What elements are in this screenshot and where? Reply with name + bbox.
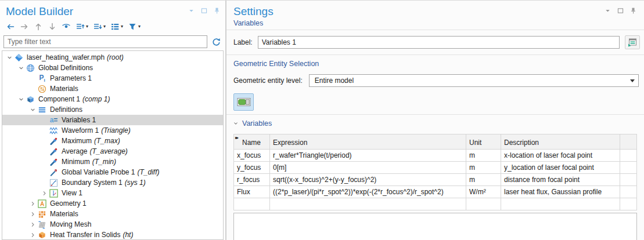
chevron-expanded-icon[interactable] — [5, 54, 14, 61]
chevron-expanded-icon[interactable] — [28, 106, 37, 114]
cell-description[interactable] — [501, 198, 620, 210]
variables-section-header[interactable]: Variables — [226, 115, 644, 130]
variable-row[interactable]: x_focusr_wafer*Triangle(t/period)mx-loca… — [234, 150, 637, 162]
chevron-expanded-icon[interactable] — [232, 120, 239, 127]
column-header-unit[interactable]: Unit — [466, 134, 501, 150]
cell-extra[interactable] — [620, 150, 637, 162]
cell-unit[interactable] — [466, 198, 501, 210]
cell-name[interactable]: Flux — [234, 186, 270, 198]
dropdown-arrow-icon[interactable]: ▾ — [103, 24, 106, 29]
cell-description[interactable]: y_location of laser focal point — [501, 162, 620, 174]
back-button[interactable] — [5, 21, 16, 32]
tree-item-laser-heating-wafer-mph[interactable]: laser_heating_wafer.mph(root) — [2, 52, 223, 63]
chevron-collapsed-icon[interactable] — [28, 221, 37, 228]
dropdown-arrow-icon[interactable] — [630, 79, 635, 85]
label-input[interactable] — [258, 36, 620, 49]
chevron-expanded-icon[interactable] — [16, 96, 26, 103]
refresh-icon[interactable] — [211, 37, 221, 47]
doc-form-icon[interactable] — [625, 35, 640, 49]
tree-item-waveform-1[interactable]: Waveform 1(Triangle) — [2, 125, 223, 136]
tree-item-tag: (ht) — [123, 231, 133, 239]
cell-expression[interactable]: r_wafer*Triangle(t/period) — [270, 150, 466, 162]
move-up-button[interactable] — [33, 21, 44, 32]
variable-row[interactable]: r_focussqrt((x-x_focus)^2+(y-y_focus)^2)… — [234, 174, 637, 186]
tree-item-materials[interactable]: Materials — [2, 209, 223, 219]
dropdown-arrow-icon[interactable]: ▾ — [138, 24, 141, 29]
column-header-description[interactable]: Description — [501, 134, 620, 150]
cell-expression[interactable]: 0[m] — [270, 162, 466, 174]
tree-item-component-1[interactable]: Component 1(comp 1) — [2, 94, 223, 104]
model-builder-title: Model Builder — [6, 5, 188, 19]
tree-item-label: Waveform 1 — [62, 126, 99, 134]
column-header-expression[interactable]: Expression — [270, 134, 466, 150]
filter-input[interactable] — [3, 35, 207, 48]
tree-item-geometry-1[interactable]: Geometry 1 — [2, 198, 223, 209]
cell-extra[interactable] — [620, 174, 637, 186]
expand-all-button[interactable]: ▾ — [92, 21, 107, 32]
panel-menu-icon[interactable] — [188, 7, 195, 14]
geometric-entity-level-select[interactable]: Entire model — [309, 74, 639, 87]
tree-item-materials[interactable]: Materials — [2, 83, 223, 94]
float-icon[interactable] — [200, 7, 208, 14]
cell-description[interactable]: laser heat flux, Gaussian profile — [501, 186, 620, 198]
model-tree-node-text-button[interactable]: ▾ — [109, 21, 124, 32]
variable-row[interactable]: y_focus0[m]my_location of laser focal po… — [234, 162, 637, 174]
cell-expression[interactable]: ((2*p_laser)/(pi*r_spot^2))*exp(-(2*r_fo… — [270, 186, 466, 198]
column-header-name[interactable]: ▸▸Name — [234, 134, 270, 150]
cell-name[interactable]: x_focus — [234, 150, 270, 162]
collapse-all-button[interactable]: ▾ — [74, 21, 89, 32]
cell-unit[interactable]: W/m² — [466, 186, 501, 198]
tree-item-tag: (Triangle) — [101, 126, 130, 134]
panel-menu-icon[interactable] — [604, 7, 611, 14]
tree-item-global-definitions[interactable]: Global Definitions — [2, 63, 223, 73]
tree-item-label: Average — [62, 147, 87, 155]
chevron-collapsed-icon[interactable] — [39, 190, 49, 197]
chevron-collapsed-icon[interactable] — [28, 231, 37, 239]
tree-item-parameters-1[interactable]: PiParameters 1 — [2, 73, 223, 83]
cell-unit[interactable]: m — [466, 162, 501, 174]
cell-name[interactable]: r_focus — [234, 174, 270, 186]
move-down-button[interactable] — [46, 21, 58, 32]
filter-button[interactable]: ▾ — [127, 21, 142, 32]
cell-extra[interactable] — [620, 186, 637, 198]
cell-description[interactable]: distance from focal point — [501, 174, 620, 186]
forward-button[interactable] — [19, 21, 30, 32]
dropdown-arrow-icon[interactable]: ▾ — [120, 24, 123, 29]
moving-mesh-icon — [37, 220, 47, 229]
pin-icon[interactable] — [213, 7, 221, 14]
cell-extra[interactable] — [620, 198, 637, 210]
cell-description[interactable]: x-location of laser focal point — [501, 150, 620, 162]
tree-item-view-1[interactable]: View 1 — [2, 188, 223, 198]
chevron-expanded-icon[interactable] — [16, 64, 26, 72]
active-selection-toggle-button[interactable] — [233, 93, 254, 111]
show-button[interactable] — [60, 21, 72, 32]
cell-name[interactable]: y_focus — [234, 162, 270, 174]
tree-item-label: Parameters 1 — [50, 74, 92, 82]
variable-row[interactable]: Flux((2*p_laser)/(pi*r_spot^2))*exp(-(2*… — [234, 186, 637, 198]
tree-item-moving-mesh[interactable]: Moving Mesh — [2, 219, 223, 230]
tree-item-heat-transfer-in-solids[interactable]: Heat Transfer in Solids(ht) — [2, 230, 223, 240]
tree-item-average[interactable]: Average(T_average) — [2, 146, 223, 157]
tree-item-definitions[interactable]: Definitions — [2, 104, 223, 115]
cell-name[interactable] — [234, 198, 270, 210]
variables-icon: a= — [49, 115, 59, 125]
cell-expression[interactable]: sqrt((x-x_focus)^2+(y-y_focus)^2) — [270, 174, 466, 186]
chevron-collapsed-icon[interactable] — [28, 210, 37, 218]
variable-row[interactable] — [234, 198, 637, 210]
tree-item-boundary-system-1[interactable]: Boundary System 1(sys 1) — [2, 177, 223, 188]
tree-item-maximum[interactable]: Maximum(T_max) — [2, 136, 223, 146]
float-icon[interactable] — [617, 7, 624, 14]
cell-expression[interactable] — [270, 198, 466, 210]
cell-unit[interactable]: m — [466, 150, 501, 162]
tree-item-minimum[interactable]: Minimum(T_min) — [2, 157, 223, 167]
dropdown-arrow-icon[interactable]: ▾ — [85, 24, 88, 29]
cell-extra[interactable] — [620, 162, 637, 174]
settings-subtitle: Variables — [233, 19, 637, 27]
cell-unit[interactable]: m — [466, 174, 501, 186]
pin-icon[interactable] — [629, 7, 637, 14]
tree-item-variables-1[interactable]: a=Variables 1 — [2, 115, 223, 125]
chevron-collapsed-icon[interactable] — [28, 200, 37, 208]
variables-table-empty-area[interactable] — [233, 213, 637, 240]
globe-icon — [26, 63, 35, 72]
tree-item-global-variable-probe-1[interactable]: Global Variable Probe 1(T_diff) — [2, 167, 223, 177]
